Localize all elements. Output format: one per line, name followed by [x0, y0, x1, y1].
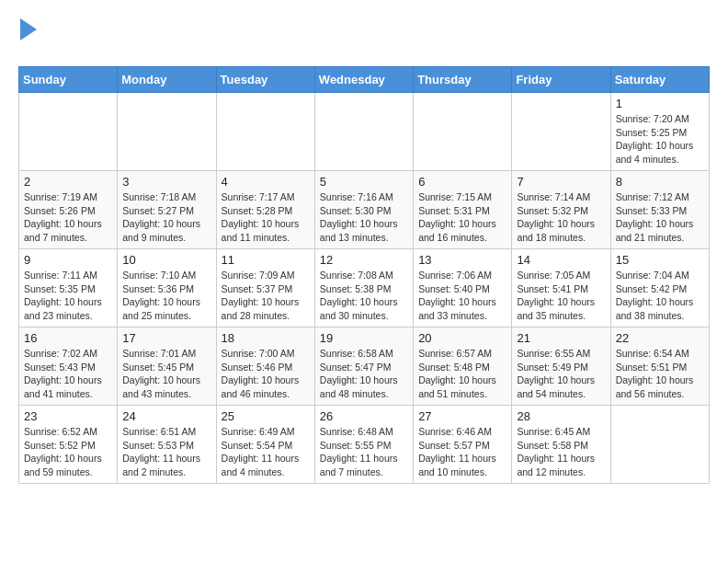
- calendar-cell: 18Sunrise: 7:00 AM Sunset: 5:46 PM Dayli…: [216, 327, 314, 406]
- calendar-header-wednesday: Wednesday: [314, 67, 413, 93]
- calendar-cell: 1Sunrise: 7:20 AM Sunset: 5:25 PM Daylig…: [610, 93, 709, 171]
- page-header: [18, 18, 710, 57]
- day-info: Sunrise: 6:49 AM Sunset: 5:54 PM Dayligh…: [222, 425, 310, 479]
- calendar-cell: 12Sunrise: 7:08 AM Sunset: 5:38 PM Dayli…: [314, 249, 413, 327]
- calendar-cell: 16Sunrise: 7:02 AM Sunset: 5:43 PM Dayli…: [19, 327, 118, 406]
- day-number: 6: [418, 175, 506, 189]
- day-info: Sunrise: 7:18 AM Sunset: 5:27 PM Dayligh…: [122, 190, 210, 245]
- calendar-cell: 27Sunrise: 6:46 AM Sunset: 5:57 PM Dayli…: [414, 406, 512, 484]
- day-number: 4: [222, 175, 310, 189]
- calendar-cell: [610, 406, 709, 484]
- calendar-cell: 10Sunrise: 7:10 AM Sunset: 5:36 PM Dayli…: [118, 249, 216, 327]
- logo-arrow-icon: [20, 18, 37, 40]
- day-number: 27: [418, 409, 506, 423]
- calendar-cell: [314, 93, 413, 171]
- day-number: 17: [122, 331, 210, 345]
- day-info: Sunrise: 7:11 AM Sunset: 5:35 PM Dayligh…: [24, 269, 112, 323]
- day-info: Sunrise: 6:55 AM Sunset: 5:49 PM Dayligh…: [517, 347, 605, 401]
- day-number: 10: [122, 253, 210, 267]
- calendar-header-sunday: Sunday: [19, 67, 118, 93]
- calendar-header-thursday: Thursday: [414, 67, 512, 93]
- calendar-cell: 14Sunrise: 7:05 AM Sunset: 5:41 PM Dayli…: [512, 249, 610, 327]
- day-number: 11: [222, 253, 310, 267]
- day-info: Sunrise: 7:08 AM Sunset: 5:38 PM Dayligh…: [320, 269, 408, 323]
- day-info: Sunrise: 7:02 AM Sunset: 5:43 PM Dayligh…: [24, 347, 112, 401]
- day-info: Sunrise: 6:57 AM Sunset: 5:48 PM Dayligh…: [418, 347, 506, 401]
- day-number: 5: [320, 175, 408, 189]
- day-number: 23: [24, 409, 112, 423]
- calendar-week-5: 23Sunrise: 6:52 AM Sunset: 5:52 PM Dayli…: [19, 406, 710, 484]
- day-number: 24: [122, 409, 210, 423]
- day-number: 1: [616, 97, 704, 110]
- day-number: 7: [517, 175, 605, 189]
- calendar-cell: 24Sunrise: 6:51 AM Sunset: 5:53 PM Dayli…: [118, 406, 216, 484]
- calendar-cell: [118, 93, 216, 171]
- day-number: 12: [320, 253, 408, 267]
- calendar-cell: 15Sunrise: 7:04 AM Sunset: 5:42 PM Dayli…: [610, 249, 709, 327]
- day-info: Sunrise: 7:16 AM Sunset: 5:30 PM Dayligh…: [320, 190, 408, 245]
- day-info: Sunrise: 7:10 AM Sunset: 5:36 PM Dayligh…: [122, 269, 210, 323]
- calendar-cell: [512, 93, 610, 171]
- day-info: Sunrise: 7:14 AM Sunset: 5:32 PM Dayligh…: [517, 190, 605, 245]
- calendar-header-saturday: Saturday: [610, 67, 709, 93]
- calendar-cell: 6Sunrise: 7:15 AM Sunset: 5:31 PM Daylig…: [414, 171, 512, 249]
- day-info: Sunrise: 7:00 AM Sunset: 5:46 PM Dayligh…: [222, 347, 310, 401]
- calendar-cell: 20Sunrise: 6:57 AM Sunset: 5:48 PM Dayli…: [414, 327, 512, 406]
- calendar-cell: 26Sunrise: 6:48 AM Sunset: 5:55 PM Dayli…: [314, 406, 413, 484]
- day-number: 19: [320, 331, 408, 345]
- day-info: Sunrise: 7:19 AM Sunset: 5:26 PM Dayligh…: [24, 190, 112, 245]
- day-number: 25: [222, 409, 310, 423]
- day-info: Sunrise: 7:01 AM Sunset: 5:45 PM Dayligh…: [122, 347, 210, 401]
- day-number: 2: [24, 175, 112, 189]
- day-info: Sunrise: 6:51 AM Sunset: 5:53 PM Dayligh…: [122, 425, 210, 479]
- calendar-cell: 4Sunrise: 7:17 AM Sunset: 5:28 PM Daylig…: [216, 171, 314, 249]
- calendar-table: SundayMondayTuesdayWednesdayThursdayFrid…: [18, 66, 710, 484]
- calendar-week-1: 1Sunrise: 7:20 AM Sunset: 5:25 PM Daylig…: [19, 93, 710, 171]
- day-info: Sunrise: 6:58 AM Sunset: 5:47 PM Dayligh…: [320, 347, 408, 401]
- day-info: Sunrise: 7:05 AM Sunset: 5:41 PM Dayligh…: [517, 269, 605, 323]
- calendar-cell: 22Sunrise: 6:54 AM Sunset: 5:51 PM Dayli…: [610, 327, 709, 406]
- day-info: Sunrise: 7:09 AM Sunset: 5:37 PM Dayligh…: [222, 269, 310, 323]
- calendar-week-3: 9Sunrise: 7:11 AM Sunset: 5:35 PM Daylig…: [19, 249, 710, 327]
- day-info: Sunrise: 6:52 AM Sunset: 5:52 PM Dayligh…: [24, 425, 112, 479]
- calendar-cell: 13Sunrise: 7:06 AM Sunset: 5:40 PM Dayli…: [414, 249, 512, 327]
- calendar-cell: [414, 93, 512, 171]
- calendar-cell: 25Sunrise: 6:49 AM Sunset: 5:54 PM Dayli…: [216, 406, 314, 484]
- calendar-cell: 23Sunrise: 6:52 AM Sunset: 5:52 PM Dayli…: [19, 406, 118, 484]
- calendar-week-2: 2Sunrise: 7:19 AM Sunset: 5:26 PM Daylig…: [19, 171, 710, 249]
- calendar-cell: 7Sunrise: 7:14 AM Sunset: 5:32 PM Daylig…: [512, 171, 610, 249]
- day-number: 26: [320, 409, 408, 423]
- day-number: 15: [616, 253, 704, 267]
- calendar-cell: 5Sunrise: 7:16 AM Sunset: 5:30 PM Daylig…: [314, 171, 413, 249]
- calendar-cell: 11Sunrise: 7:09 AM Sunset: 5:37 PM Dayli…: [216, 249, 314, 327]
- calendar-header-row: SundayMondayTuesdayWednesdayThursdayFrid…: [19, 67, 710, 93]
- logo: [18, 18, 37, 57]
- calendar-cell: 28Sunrise: 6:45 AM Sunset: 5:58 PM Dayli…: [512, 406, 610, 484]
- day-info: Sunrise: 7:17 AM Sunset: 5:28 PM Dayligh…: [222, 190, 310, 245]
- day-number: 20: [418, 331, 506, 345]
- day-info: Sunrise: 7:04 AM Sunset: 5:42 PM Dayligh…: [616, 269, 704, 323]
- day-number: 3: [122, 175, 210, 189]
- day-number: 21: [517, 331, 605, 345]
- day-number: 18: [222, 331, 310, 345]
- calendar-header-friday: Friday: [512, 67, 610, 93]
- calendar-cell: [216, 93, 314, 171]
- calendar-header-tuesday: Tuesday: [216, 67, 314, 93]
- day-number: 8: [616, 175, 704, 189]
- calendar-cell: 17Sunrise: 7:01 AM Sunset: 5:45 PM Dayli…: [118, 327, 216, 406]
- day-number: 22: [616, 331, 704, 345]
- day-info: Sunrise: 7:20 AM Sunset: 5:25 PM Dayligh…: [616, 112, 704, 167]
- calendar-cell: 3Sunrise: 7:18 AM Sunset: 5:27 PM Daylig…: [118, 171, 216, 249]
- calendar-cell: 2Sunrise: 7:19 AM Sunset: 5:26 PM Daylig…: [19, 171, 118, 249]
- day-info: Sunrise: 7:06 AM Sunset: 5:40 PM Dayligh…: [418, 269, 506, 323]
- day-info: Sunrise: 6:46 AM Sunset: 5:57 PM Dayligh…: [418, 425, 506, 479]
- day-number: 28: [517, 409, 605, 423]
- calendar-cell: [19, 93, 118, 171]
- day-info: Sunrise: 7:12 AM Sunset: 5:33 PM Dayligh…: [616, 190, 704, 245]
- calendar-cell: 19Sunrise: 6:58 AM Sunset: 5:47 PM Dayli…: [314, 327, 413, 406]
- calendar-cell: 8Sunrise: 7:12 AM Sunset: 5:33 PM Daylig…: [610, 171, 709, 249]
- calendar-cell: 21Sunrise: 6:55 AM Sunset: 5:49 PM Dayli…: [512, 327, 610, 406]
- day-number: 9: [24, 253, 112, 267]
- calendar-week-4: 16Sunrise: 7:02 AM Sunset: 5:43 PM Dayli…: [19, 327, 710, 406]
- calendar-cell: 9Sunrise: 7:11 AM Sunset: 5:35 PM Daylig…: [19, 249, 118, 327]
